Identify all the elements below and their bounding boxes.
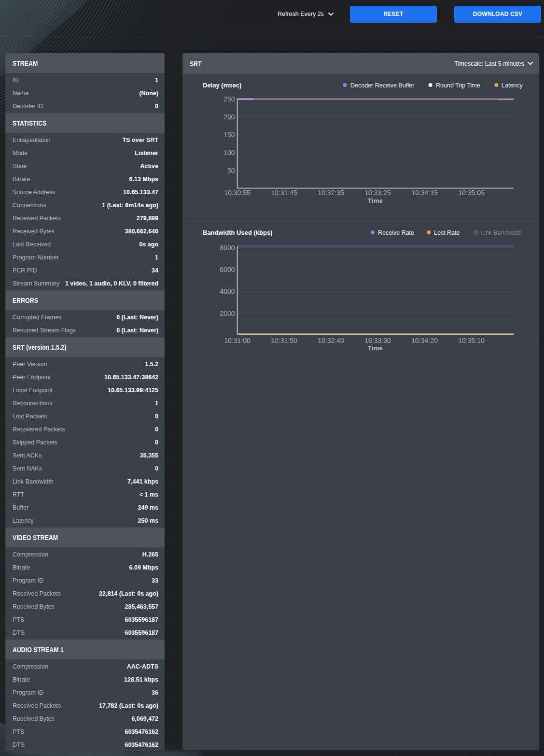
svg-text:10:34:15: 10:34:15: [411, 189, 438, 197]
svg-text:Time: Time: [368, 197, 383, 204]
svg-text:8000: 8000: [220, 244, 235, 252]
svg-text:10:35:10: 10:35:10: [458, 337, 485, 344]
svg-text:10:35:05: 10:35:05: [458, 189, 485, 197]
svg-text:Round Trip Time: Round Trip Time: [436, 82, 480, 89]
svg-text:100: 100: [223, 149, 235, 157]
svg-text:Delay (msec): Delay (msec): [203, 82, 241, 89]
svg-text:Time: Time: [368, 344, 383, 352]
svg-text:10:31:00: 10:31:00: [224, 337, 251, 344]
svg-text:Lost Rate: Lost Rate: [434, 229, 460, 236]
svg-text:Link Bandwidth: Link Bandwidth: [481, 229, 522, 236]
svg-text:Decoder Receive Buffer: Decoder Receive Buffer: [350, 82, 414, 89]
svg-text:Bandwidth Used (kbps): Bandwidth Used (kbps): [203, 229, 272, 236]
svg-text:Latency: Latency: [502, 82, 523, 89]
svg-text:50: 50: [227, 167, 235, 174]
svg-text:200: 200: [223, 113, 235, 121]
svg-text:10:31:45: 10:31:45: [271, 189, 297, 197]
svg-text:10:30:55: 10:30:55: [224, 189, 251, 197]
svg-text:10:32:40: 10:32:40: [318, 337, 344, 344]
svg-text:10:34:20: 10:34:20: [411, 337, 438, 344]
svg-text:4000: 4000: [220, 287, 235, 295]
svg-text:150: 150: [223, 131, 235, 139]
svg-text:250: 250: [223, 95, 235, 103]
svg-text:10:31:50: 10:31:50: [271, 337, 297, 344]
svg-text:10:33:30: 10:33:30: [364, 337, 391, 344]
svg-text:6000: 6000: [220, 266, 235, 273]
svg-text:10:32:35: 10:32:35: [318, 189, 344, 197]
svg-text:10:33:25: 10:33:25: [364, 189, 391, 197]
svg-text:2000: 2000: [220, 310, 235, 317]
svg-text:Receive Rate: Receive Rate: [378, 229, 414, 236]
